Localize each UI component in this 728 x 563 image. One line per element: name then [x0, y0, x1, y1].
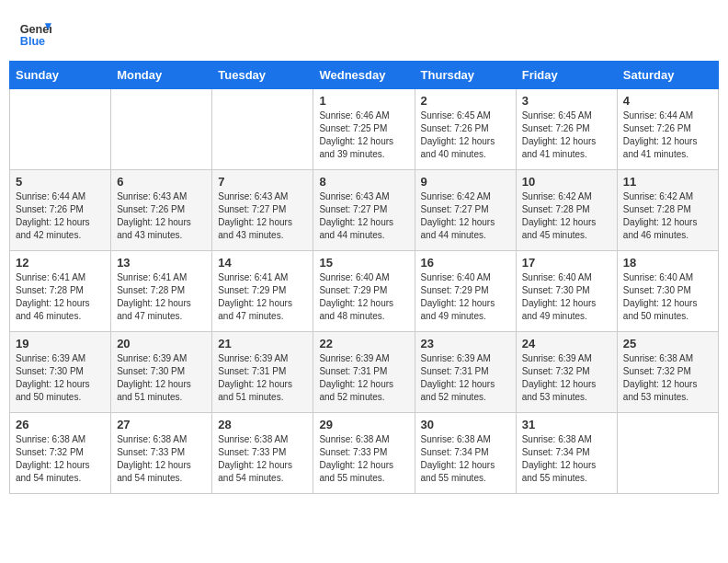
calendar-cell: 29Sunrise: 6:38 AM Sunset: 7:33 PM Dayli… — [313, 413, 415, 494]
calendar-cell: 10Sunrise: 6:42 AM Sunset: 7:28 PM Dayli… — [516, 170, 617, 251]
calendar-cell: 26Sunrise: 6:38 AM Sunset: 7:32 PM Dayli… — [10, 413, 111, 494]
calendar-cell: 21Sunrise: 6:39 AM Sunset: 7:31 PM Dayli… — [212, 332, 313, 413]
day-number: 3 — [522, 94, 611, 108]
day-number: 15 — [319, 256, 408, 270]
calendar-cell: 1Sunrise: 6:46 AM Sunset: 7:25 PM Daylig… — [313, 89, 415, 170]
day-number: 28 — [218, 418, 307, 431]
column-header-friday: Friday — [516, 62, 617, 89]
day-number: 1 — [319, 94, 408, 108]
calendar-cell: 30Sunrise: 6:38 AM Sunset: 7:34 PM Dayli… — [415, 413, 516, 494]
column-header-saturday: Saturday — [617, 62, 718, 89]
day-number: 26 — [16, 418, 105, 431]
day-number: 13 — [117, 256, 206, 270]
day-info: Sunrise: 6:38 AM Sunset: 7:34 PM Dayligh… — [522, 433, 611, 485]
day-number: 22 — [319, 337, 408, 350]
day-number: 29 — [319, 418, 408, 431]
calendar-week-row: 12Sunrise: 6:41 AM Sunset: 7:28 PM Dayli… — [10, 251, 719, 332]
day-info: Sunrise: 6:40 AM Sunset: 7:30 PM Dayligh… — [522, 271, 611, 323]
calendar-cell: 12Sunrise: 6:41 AM Sunset: 7:28 PM Dayli… — [10, 251, 111, 332]
day-info: Sunrise: 6:40 AM Sunset: 7:29 PM Dayligh… — [421, 271, 510, 323]
calendar-cell: 2Sunrise: 6:45 AM Sunset: 7:26 PM Daylig… — [415, 89, 516, 170]
day-info: Sunrise: 6:39 AM Sunset: 7:30 PM Dayligh… — [16, 352, 105, 404]
day-info: Sunrise: 6:45 AM Sunset: 7:26 PM Dayligh… — [421, 109, 510, 161]
day-info: Sunrise: 6:38 AM Sunset: 7:33 PM Dayligh… — [117, 433, 206, 485]
calendar-cell: 22Sunrise: 6:39 AM Sunset: 7:31 PM Dayli… — [313, 332, 415, 413]
day-info: Sunrise: 6:41 AM Sunset: 7:28 PM Dayligh… — [117, 271, 206, 323]
calendar-cell: 31Sunrise: 6:38 AM Sunset: 7:34 PM Dayli… — [516, 413, 617, 494]
day-number: 10 — [522, 175, 611, 189]
calendar-cell — [617, 413, 718, 494]
day-info: Sunrise: 6:39 AM Sunset: 7:31 PM Dayligh… — [218, 352, 307, 404]
calendar-table: SundayMondayTuesdayWednesdayThursdayFrid… — [9, 61, 719, 494]
calendar-cell: 28Sunrise: 6:38 AM Sunset: 7:33 PM Dayli… — [212, 413, 313, 494]
day-number: 24 — [522, 337, 611, 350]
day-number: 25 — [623, 337, 712, 350]
day-number: 18 — [623, 256, 712, 270]
column-header-wednesday: Wednesday — [313, 62, 415, 89]
day-info: Sunrise: 6:42 AM Sunset: 7:28 PM Dayligh… — [623, 190, 712, 242]
day-number: 21 — [218, 337, 307, 350]
day-number: 9 — [421, 175, 510, 189]
day-number: 30 — [421, 418, 510, 431]
calendar-week-row: 26Sunrise: 6:38 AM Sunset: 7:32 PM Dayli… — [10, 413, 719, 494]
day-number: 31 — [522, 418, 611, 431]
column-header-sunday: Sunday — [10, 62, 111, 89]
day-number: 4 — [623, 94, 712, 108]
calendar-cell: 13Sunrise: 6:41 AM Sunset: 7:28 PM Dayli… — [111, 251, 212, 332]
calendar-week-row: 5Sunrise: 6:44 AM Sunset: 7:26 PM Daylig… — [10, 170, 719, 251]
calendar-cell: 25Sunrise: 6:38 AM Sunset: 7:32 PM Dayli… — [617, 332, 718, 413]
day-info: Sunrise: 6:43 AM Sunset: 7:27 PM Dayligh… — [218, 190, 307, 242]
calendar-cell: 24Sunrise: 6:39 AM Sunset: 7:32 PM Dayli… — [516, 332, 617, 413]
calendar-cell: 4Sunrise: 6:44 AM Sunset: 7:26 PM Daylig… — [617, 89, 718, 170]
day-info: Sunrise: 6:40 AM Sunset: 7:29 PM Dayligh… — [319, 271, 408, 323]
day-info: Sunrise: 6:42 AM Sunset: 7:27 PM Dayligh… — [421, 190, 510, 242]
calendar-cell: 27Sunrise: 6:38 AM Sunset: 7:33 PM Dayli… — [111, 413, 212, 494]
day-info: Sunrise: 6:38 AM Sunset: 7:34 PM Dayligh… — [421, 433, 510, 485]
calendar-cell: 3Sunrise: 6:45 AM Sunset: 7:26 PM Daylig… — [516, 89, 617, 170]
calendar-cell: 15Sunrise: 6:40 AM Sunset: 7:29 PM Dayli… — [313, 251, 415, 332]
day-number: 23 — [421, 337, 510, 350]
day-number: 19 — [16, 337, 105, 350]
day-info: Sunrise: 6:44 AM Sunset: 7:26 PM Dayligh… — [16, 190, 105, 242]
calendar-cell — [212, 89, 313, 170]
calendar-cell: 8Sunrise: 6:43 AM Sunset: 7:27 PM Daylig… — [313, 170, 415, 251]
day-number: 20 — [117, 337, 206, 350]
day-number: 5 — [16, 175, 105, 189]
day-info: Sunrise: 6:42 AM Sunset: 7:28 PM Dayligh… — [522, 190, 611, 242]
page-header: General Blue — [9, 9, 719, 61]
day-info: Sunrise: 6:45 AM Sunset: 7:26 PM Dayligh… — [522, 109, 611, 161]
calendar-cell: 19Sunrise: 6:39 AM Sunset: 7:30 PM Dayli… — [10, 332, 111, 413]
calendar-cell: 14Sunrise: 6:41 AM Sunset: 7:29 PM Dayli… — [212, 251, 313, 332]
logo-icon: General Blue — [18, 17, 51, 50]
day-info: Sunrise: 6:38 AM Sunset: 7:33 PM Dayligh… — [319, 433, 408, 485]
day-info: Sunrise: 6:46 AM Sunset: 7:25 PM Dayligh… — [319, 109, 408, 161]
day-number: 11 — [623, 175, 712, 189]
calendar-cell — [10, 89, 111, 170]
calendar-cell: 5Sunrise: 6:44 AM Sunset: 7:26 PM Daylig… — [10, 170, 111, 251]
day-info: Sunrise: 6:39 AM Sunset: 7:30 PM Dayligh… — [117, 352, 206, 404]
day-info: Sunrise: 6:38 AM Sunset: 7:33 PM Dayligh… — [218, 433, 307, 485]
day-number: 16 — [421, 256, 510, 270]
calendar-week-row: 19Sunrise: 6:39 AM Sunset: 7:30 PM Dayli… — [10, 332, 719, 413]
day-info: Sunrise: 6:38 AM Sunset: 7:32 PM Dayligh… — [623, 352, 712, 404]
day-number: 12 — [16, 256, 105, 270]
calendar-cell: 7Sunrise: 6:43 AM Sunset: 7:27 PM Daylig… — [212, 170, 313, 251]
calendar-cell: 11Sunrise: 6:42 AM Sunset: 7:28 PM Dayli… — [617, 170, 718, 251]
day-number: 8 — [319, 175, 408, 189]
day-info: Sunrise: 6:39 AM Sunset: 7:31 PM Dayligh… — [319, 352, 408, 404]
calendar-cell: 17Sunrise: 6:40 AM Sunset: 7:30 PM Dayli… — [516, 251, 617, 332]
day-number: 17 — [522, 256, 611, 270]
day-number: 7 — [218, 175, 307, 189]
calendar-cell: 23Sunrise: 6:39 AM Sunset: 7:31 PM Dayli… — [415, 332, 516, 413]
day-number: 27 — [117, 418, 206, 431]
day-number: 14 — [218, 256, 307, 270]
logo: General Blue — [18, 17, 51, 50]
day-info: Sunrise: 6:38 AM Sunset: 7:32 PM Dayligh… — [16, 433, 105, 485]
svg-text:Blue: Blue — [20, 35, 45, 48]
day-info: Sunrise: 6:44 AM Sunset: 7:26 PM Dayligh… — [623, 109, 712, 161]
day-number: 2 — [421, 94, 510, 108]
column-header-monday: Monday — [111, 62, 212, 89]
day-info: Sunrise: 6:39 AM Sunset: 7:32 PM Dayligh… — [522, 352, 611, 404]
calendar-cell: 9Sunrise: 6:42 AM Sunset: 7:27 PM Daylig… — [415, 170, 516, 251]
day-info: Sunrise: 6:41 AM Sunset: 7:29 PM Dayligh… — [218, 271, 307, 323]
